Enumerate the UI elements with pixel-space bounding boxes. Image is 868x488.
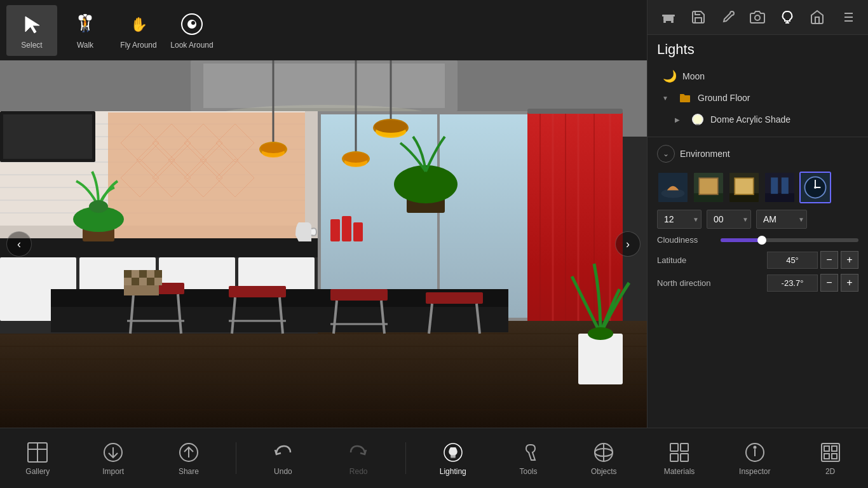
latitude-input[interactable]: [767, 252, 818, 269]
nav-next[interactable]: ›: [615, 231, 641, 257]
tree-item-moon[interactable]: 🌙 Moon: [657, 65, 858, 87]
hour-select[interactable]: 12123 4567 891011: [657, 210, 702, 229]
tool-fly-around[interactable]: ✋ Fly Around: [113, 5, 164, 56]
latitude-row: Latitude − +: [657, 251, 858, 269]
panel-lighting-btn[interactable]: [776, 6, 799, 29]
north-direction-input[interactable]: [767, 274, 818, 292]
preset-morning-btn[interactable]: [693, 172, 724, 203]
bottom-redo-btn[interactable]: Redo: [330, 433, 387, 484]
svg-rect-175: [832, 454, 837, 459]
time-controls: 12123 4567 891011 ▼ 00153045 ▼ AMPM ▼: [657, 210, 858, 229]
latitude-decrease-btn[interactable]: −: [820, 251, 838, 269]
svg-rect-101: [139, 270, 147, 278]
svg-rect-160: [451, 457, 456, 458]
svg-point-92: [374, 120, 407, 133]
ampm-select-wrap: AMPM ▼: [756, 210, 807, 229]
svg-rect-117: [663, 17, 674, 21]
cloudiness-thumb[interactable]: [757, 236, 766, 245]
svg-rect-107: [147, 278, 154, 285]
preset-custom-btn[interactable]: [799, 172, 831, 203]
inspector-label: Inspector: [739, 467, 770, 476]
svg-point-84: [261, 143, 286, 153]
svg-rect-116: [662, 15, 675, 17]
svg-point-88: [343, 152, 369, 163]
tool-look-around[interactable]: Look Around: [166, 5, 217, 56]
bottom-gallery-btn[interactable]: Gallery: [9, 433, 66, 484]
panel-save-btn[interactable]: [687, 6, 710, 29]
environment-header[interactable]: ⌄ Environment: [657, 142, 858, 165]
cloudiness-slider[interactable]: [721, 238, 858, 242]
svg-rect-102: [147, 270, 154, 278]
nav-prev[interactable]: ‹: [6, 231, 32, 257]
latitude-increase-btn[interactable]: +: [841, 251, 858, 269]
svg-rect-103: [154, 270, 162, 278]
bottom-lighting-btn[interactable]: Lighting: [424, 433, 482, 484]
undo-label: Undo: [274, 467, 292, 476]
svg-rect-118: [663, 21, 666, 23]
tools-label: Tools: [519, 467, 537, 476]
tree-item-dome[interactable]: ▶ Dome Acrylic Shade: [670, 109, 858, 130]
svg-rect-145: [782, 177, 789, 194]
preset-afternoon-btn[interactable]: [728, 172, 760, 203]
panel-paint-btn[interactable]: [717, 6, 740, 29]
tree-item-ground-floor[interactable]: ▼ Ground Floor: [657, 87, 858, 109]
svg-rect-173: [832, 446, 837, 451]
north-direction-decrease-btn[interactable]: −: [820, 274, 838, 292]
bottom-objects-btn[interactable]: Objects: [575, 433, 632, 484]
bottom-materials-btn[interactable]: Materials: [651, 433, 708, 484]
ampm-select[interactable]: AMPM: [756, 210, 807, 229]
tree-dome-label: Dome Acrylic Shade: [710, 114, 790, 125]
north-direction-increase-btn[interactable]: +: [841, 274, 858, 292]
lights-section: Lights 🌙 Moon ▼ Ground Floor ▶: [648, 35, 868, 137]
svg-rect-141: [735, 179, 753, 194]
svg-rect-159: [451, 455, 456, 457]
folder-icon: [677, 90, 693, 105]
top-toolbar: Select 🚶 Walk ✋ Fly Around Look Around: [0, 0, 647, 60]
svg-rect-108: [154, 278, 162, 285]
svg-text:🚶: 🚶: [77, 16, 95, 33]
panel-home-btn[interactable]: [806, 6, 829, 29]
minute-select-wrap: 00153045 ▼: [707, 210, 751, 229]
svg-rect-166: [670, 454, 678, 461]
north-direction-controls: − +: [767, 274, 858, 292]
svg-rect-131: [696, 124, 700, 125]
bottom-undo-btn[interactable]: Undo: [254, 433, 311, 484]
divider-1: [236, 442, 236, 474]
bottom-2d-btn[interactable]: 2D: [802, 433, 859, 484]
north-direction-row: North direction − +: [657, 274, 858, 292]
redo-label: Redo: [349, 467, 368, 476]
bottom-tools-btn[interactable]: Tools: [500, 433, 557, 484]
tool-look-label: Look Around: [170, 41, 213, 50]
svg-rect-112: [578, 334, 623, 384]
panel-list-btn[interactable]: [836, 6, 858, 29]
panel-furniture-btn[interactable]: [657, 6, 680, 29]
bottom-import-btn[interactable]: Import: [85, 433, 142, 484]
import-label: Import: [102, 467, 124, 476]
svg-rect-74: [330, 289, 388, 301]
tool-fly-label: Fly Around: [120, 41, 156, 50]
tool-walk[interactable]: 🚶 Walk: [60, 5, 111, 56]
viewport[interactable]: ‹ ›: [0, 60, 647, 428]
preset-evening-btn[interactable]: [764, 172, 796, 203]
lights-title: Lights: [657, 41, 858, 58]
bottom-share-btn[interactable]: Share: [160, 433, 217, 484]
svg-rect-144: [771, 177, 778, 194]
svg-rect-143: [765, 193, 794, 202]
minute-select[interactable]: 00153045: [707, 210, 751, 229]
cloudiness-track: [721, 238, 858, 242]
latitude-label: Latitude: [657, 255, 727, 265]
bottom-inspector-btn[interactable]: Inspector: [726, 433, 783, 484]
svg-rect-174: [824, 454, 829, 459]
tree-ground-floor-label: Ground Floor: [698, 93, 750, 103]
environment-label: Environment: [680, 149, 730, 159]
materials-label: Materials: [664, 467, 695, 476]
svg-rect-104: [124, 278, 132, 285]
svg-rect-78: [426, 292, 483, 304]
panel-camera-btn[interactable]: [746, 6, 769, 29]
svg-point-150: [814, 186, 817, 189]
hour-select-wrap: 12123 4567 891011 ▼: [657, 210, 702, 229]
preset-dawn-btn[interactable]: [657, 172, 689, 203]
tool-select[interactable]: Select: [6, 5, 57, 56]
time-presets: [657, 172, 858, 203]
svg-rect-34: [108, 112, 305, 249]
